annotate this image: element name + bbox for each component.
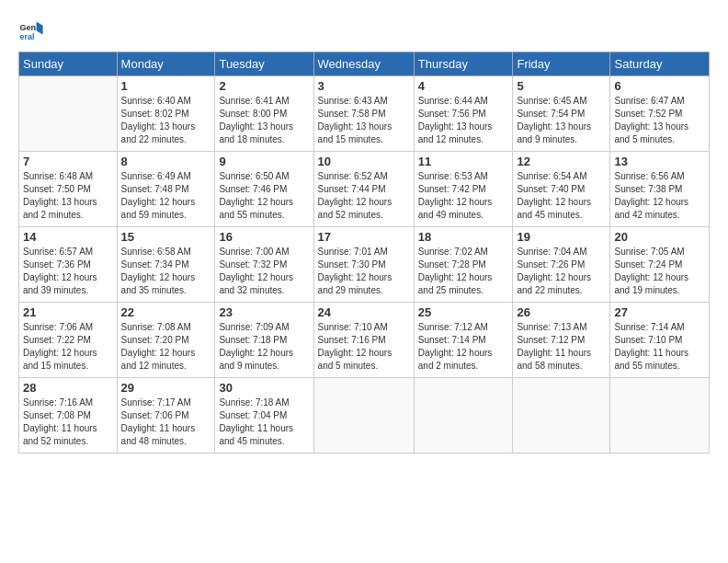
day-info: Sunrise: 6:54 AM Sunset: 7:40 PM Dayligh… <box>517 170 606 222</box>
day-info: Sunrise: 7:04 AM Sunset: 7:26 PM Dayligh… <box>517 246 606 297</box>
day-number: 21 <box>23 305 113 319</box>
calendar-cell: 5Sunrise: 6:45 AM Sunset: 7:54 PM Daylig… <box>513 76 610 152</box>
calendar-cell: 27Sunrise: 7:14 AM Sunset: 7:10 PM Dayli… <box>610 303 710 378</box>
day-number: 13 <box>614 155 705 168</box>
day-number: 25 <box>418 305 509 319</box>
calendar-cell: 25Sunrise: 7:12 AM Sunset: 7:14 PM Dayli… <box>414 303 513 378</box>
calendar-cell: 9Sunrise: 6:50 AM Sunset: 7:46 PM Daylig… <box>215 152 313 227</box>
weekday-header: Thursday <box>414 52 513 76</box>
calendar-cell: 6Sunrise: 6:47 AM Sunset: 7:52 PM Daylig… <box>610 76 710 152</box>
calendar-week-row: 7Sunrise: 6:48 AM Sunset: 7:50 PM Daylig… <box>19 152 710 227</box>
calendar-cell: 21Sunrise: 7:06 AM Sunset: 7:22 PM Dayli… <box>19 303 118 378</box>
day-number: 30 <box>219 381 309 395</box>
day-info: Sunrise: 6:47 AM Sunset: 7:52 PM Dayligh… <box>614 95 705 146</box>
svg-text:eral: eral <box>19 32 34 41</box>
day-number: 6 <box>614 79 705 93</box>
calendar-cell: 29Sunrise: 7:17 AM Sunset: 7:06 PM Dayli… <box>117 378 215 454</box>
day-number: 10 <box>318 155 410 168</box>
calendar-cell: 24Sunrise: 7:10 AM Sunset: 7:16 PM Dayli… <box>313 303 414 378</box>
calendar-cell <box>414 378 513 454</box>
calendar-cell: 16Sunrise: 7:00 AM Sunset: 7:32 PM Dayli… <box>215 227 313 303</box>
day-info: Sunrise: 6:43 AM Sunset: 7:58 PM Dayligh… <box>318 95 410 146</box>
day-info: Sunrise: 6:53 AM Sunset: 7:42 PM Dayligh… <box>418 170 509 222</box>
calendar-cell: 4Sunrise: 6:44 AM Sunset: 7:56 PM Daylig… <box>414 76 513 152</box>
calendar-cell: 7Sunrise: 6:48 AM Sunset: 7:50 PM Daylig… <box>19 152 118 227</box>
day-info: Sunrise: 6:40 AM Sunset: 8:02 PM Dayligh… <box>121 95 211 146</box>
day-number: 27 <box>614 305 705 319</box>
day-info: Sunrise: 7:12 AM Sunset: 7:14 PM Dayligh… <box>418 321 509 373</box>
day-number: 24 <box>318 305 410 319</box>
day-number: 11 <box>418 155 509 168</box>
calendar-cell: 2Sunrise: 6:41 AM Sunset: 8:00 PM Daylig… <box>215 76 313 152</box>
day-info: Sunrise: 6:57 AM Sunset: 7:36 PM Dayligh… <box>23 246 113 297</box>
logo-icon: Gen eral <box>18 17 44 42</box>
day-number: 1 <box>121 79 211 93</box>
day-number: 7 <box>23 155 113 168</box>
day-info: Sunrise: 6:50 AM Sunset: 7:46 PM Dayligh… <box>219 170 309 222</box>
day-info: Sunrise: 7:18 AM Sunset: 7:04 PM Dayligh… <box>219 396 309 448</box>
weekday-header-row: SundayMondayTuesdayWednesdayThursdayFrid… <box>19 52 710 76</box>
day-number: 9 <box>219 155 309 168</box>
day-info: Sunrise: 6:52 AM Sunset: 7:44 PM Dayligh… <box>318 170 410 222</box>
day-info: Sunrise: 6:44 AM Sunset: 7:56 PM Dayligh… <box>418 95 509 146</box>
day-number: 28 <box>23 381 113 395</box>
calendar-cell: 22Sunrise: 7:08 AM Sunset: 7:20 PM Dayli… <box>117 303 215 378</box>
day-number: 12 <box>517 155 606 168</box>
calendar-cell: 18Sunrise: 7:02 AM Sunset: 7:28 PM Dayli… <box>414 227 513 303</box>
day-info: Sunrise: 6:58 AM Sunset: 7:34 PM Dayligh… <box>121 246 211 297</box>
weekday-header: Saturday <box>610 52 710 76</box>
day-info: Sunrise: 7:14 AM Sunset: 7:10 PM Dayligh… <box>614 321 705 373</box>
day-number: 3 <box>318 79 410 93</box>
calendar-cell: 17Sunrise: 7:01 AM Sunset: 7:30 PM Dayli… <box>313 227 414 303</box>
day-number: 22 <box>121 305 211 319</box>
calendar-cell: 20Sunrise: 7:05 AM Sunset: 7:24 PM Dayli… <box>610 227 710 303</box>
calendar-week-row: 28Sunrise: 7:16 AM Sunset: 7:08 PM Dayli… <box>19 378 710 454</box>
day-number: 5 <box>517 79 606 93</box>
day-number: 17 <box>318 230 410 244</box>
day-info: Sunrise: 6:56 AM Sunset: 7:38 PM Dayligh… <box>614 170 705 222</box>
day-info: Sunrise: 7:08 AM Sunset: 7:20 PM Dayligh… <box>121 321 211 373</box>
day-number: 4 <box>418 79 509 93</box>
day-info: Sunrise: 6:41 AM Sunset: 8:00 PM Dayligh… <box>219 95 309 146</box>
calendar-cell: 28Sunrise: 7:16 AM Sunset: 7:08 PM Dayli… <box>19 378 118 454</box>
day-number: 2 <box>219 79 309 93</box>
day-number: 16 <box>219 230 309 244</box>
day-number: 29 <box>121 381 211 395</box>
calendar-cell: 1Sunrise: 6:40 AM Sunset: 8:02 PM Daylig… <box>117 76 215 152</box>
calendar-cell <box>610 378 710 454</box>
calendar-cell: 23Sunrise: 7:09 AM Sunset: 7:18 PM Dayli… <box>215 303 313 378</box>
day-info: Sunrise: 7:02 AM Sunset: 7:28 PM Dayligh… <box>418 246 509 297</box>
calendar-week-row: 14Sunrise: 6:57 AM Sunset: 7:36 PM Dayli… <box>19 227 710 303</box>
day-info: Sunrise: 7:06 AM Sunset: 7:22 PM Dayligh… <box>23 321 113 373</box>
weekday-header: Friday <box>513 52 610 76</box>
day-info: Sunrise: 6:45 AM Sunset: 7:54 PM Dayligh… <box>517 95 606 146</box>
day-number: 15 <box>121 230 211 244</box>
calendar-cell: 8Sunrise: 6:49 AM Sunset: 7:48 PM Daylig… <box>117 152 215 227</box>
calendar-table: SundayMondayTuesdayWednesdayThursdayFrid… <box>18 52 710 454</box>
calendar-cell <box>313 378 414 454</box>
calendar-cell: 14Sunrise: 6:57 AM Sunset: 7:36 PM Dayli… <box>19 227 118 303</box>
calendar-cell: 11Sunrise: 6:53 AM Sunset: 7:42 PM Dayli… <box>414 152 513 227</box>
calendar-cell: 13Sunrise: 6:56 AM Sunset: 7:38 PM Dayli… <box>610 152 710 227</box>
day-info: Sunrise: 7:00 AM Sunset: 7:32 PM Dayligh… <box>219 246 309 297</box>
calendar-cell: 3Sunrise: 6:43 AM Sunset: 7:58 PM Daylig… <box>313 76 414 152</box>
calendar-cell: 15Sunrise: 6:58 AM Sunset: 7:34 PM Dayli… <box>117 227 215 303</box>
day-info: Sunrise: 7:17 AM Sunset: 7:06 PM Dayligh… <box>121 396 211 448</box>
day-info: Sunrise: 7:16 AM Sunset: 7:08 PM Dayligh… <box>23 396 113 448</box>
calendar-week-row: 1Sunrise: 6:40 AM Sunset: 8:02 PM Daylig… <box>19 76 710 152</box>
calendar-cell: 30Sunrise: 7:18 AM Sunset: 7:04 PM Dayli… <box>215 378 313 454</box>
day-info: Sunrise: 7:10 AM Sunset: 7:16 PM Dayligh… <box>318 321 410 373</box>
day-number: 26 <box>517 305 606 319</box>
day-number: 14 <box>23 230 113 244</box>
calendar-cell: 26Sunrise: 7:13 AM Sunset: 7:12 PM Dayli… <box>513 303 610 378</box>
calendar-cell: 12Sunrise: 6:54 AM Sunset: 7:40 PM Dayli… <box>513 152 610 227</box>
logo: Gen eral <box>18 17 48 42</box>
calendar-week-row: 21Sunrise: 7:06 AM Sunset: 7:22 PM Dayli… <box>19 303 710 378</box>
calendar-cell <box>513 378 610 454</box>
day-info: Sunrise: 7:13 AM Sunset: 7:12 PM Dayligh… <box>517 321 606 373</box>
day-info: Sunrise: 7:01 AM Sunset: 7:30 PM Dayligh… <box>318 246 410 297</box>
day-info: Sunrise: 7:05 AM Sunset: 7:24 PM Dayligh… <box>614 246 705 297</box>
svg-marker-2 <box>37 22 43 35</box>
day-info: Sunrise: 6:48 AM Sunset: 7:50 PM Dayligh… <box>23 170 113 222</box>
day-number: 20 <box>614 230 705 244</box>
